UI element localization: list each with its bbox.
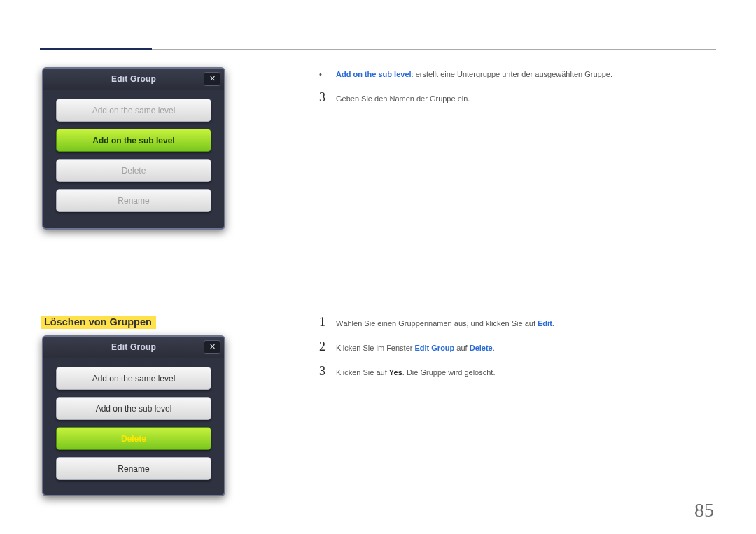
- bullet-dot: •: [319, 70, 336, 78]
- rename-button[interactable]: Rename: [56, 457, 211, 480]
- add-sub-level-button[interactable]: Add on the sub level: [56, 397, 211, 420]
- rename-button[interactable]: Rename: [56, 189, 211, 212]
- add-same-level-button[interactable]: Add on the same level: [56, 367, 211, 390]
- step-text: Wählen Sie einen Gruppennamen aus, und k…: [336, 318, 554, 330]
- dialog-titlebar: Edit Group ✕: [43, 69, 224, 90]
- step-3: 3 Geben Sie den Namen der Gruppe ein.: [319, 90, 716, 105]
- delete-button[interactable]: Delete: [56, 427, 211, 450]
- page-number: 85: [694, 499, 714, 521]
- close-icon[interactable]: ✕: [204, 340, 220, 354]
- step-text: Klicken Sie auf Yes. Die Gruppe wird gel…: [336, 367, 495, 379]
- dialog-body: Add on the same level Add on the sub lev…: [43, 90, 224, 223]
- step-number: 3: [319, 90, 336, 105]
- step-number: 3: [319, 364, 336, 379]
- step-number: 1: [319, 315, 336, 330]
- step-text: Klicken Sie im Fenster Edit Group auf De…: [336, 342, 495, 354]
- step-number: 2: [319, 339, 336, 354]
- dialog-titlebar: Edit Group ✕: [43, 337, 224, 358]
- step-text: Geben Sie den Namen der Gruppe ein.: [336, 93, 470, 105]
- top-right-text: • Add on the sub level: erstellt eine Un…: [319, 69, 716, 115]
- dialog-body: Add on the same level Add on the sub lev…: [43, 358, 224, 491]
- close-icon[interactable]: ✕: [204, 72, 220, 86]
- bullet-item: • Add on the sub level: erstellt eine Un…: [319, 69, 716, 80]
- delete-steps-text: 1 Wählen Sie einen Gruppennamen aus, und…: [319, 315, 716, 388]
- section-heading-delete-groups: Löschen von Gruppen: [41, 316, 156, 329]
- bullet-highlight: Add on the sub level: [336, 70, 412, 78]
- edit-group-dialog-1: Edit Group ✕ Add on the same level Add o…: [42, 67, 225, 230]
- step-3: 3 Klicken Sie auf Yes. Die Gruppe wird g…: [319, 364, 716, 379]
- step-1: 1 Wählen Sie einen Gruppennamen aus, und…: [319, 315, 716, 330]
- step-2: 2 Klicken Sie im Fenster Edit Group auf …: [319, 339, 716, 354]
- bullet-text: Add on the sub level: erstellt eine Unte…: [336, 69, 612, 80]
- dialog-title: Edit Group: [111, 74, 156, 84]
- header-rule: [152, 49, 716, 50]
- add-sub-level-button[interactable]: Add on the sub level: [56, 129, 211, 152]
- header-accent-bar: [40, 48, 152, 50]
- bullet-rest: : erstellt eine Untergruppe unter der au…: [412, 70, 612, 78]
- delete-button[interactable]: Delete: [56, 159, 211, 182]
- edit-group-dialog-2: Edit Group ✕ Add on the same level Add o…: [42, 335, 225, 496]
- dialog-title: Edit Group: [111, 342, 156, 352]
- add-same-level-button[interactable]: Add on the same level: [56, 99, 211, 122]
